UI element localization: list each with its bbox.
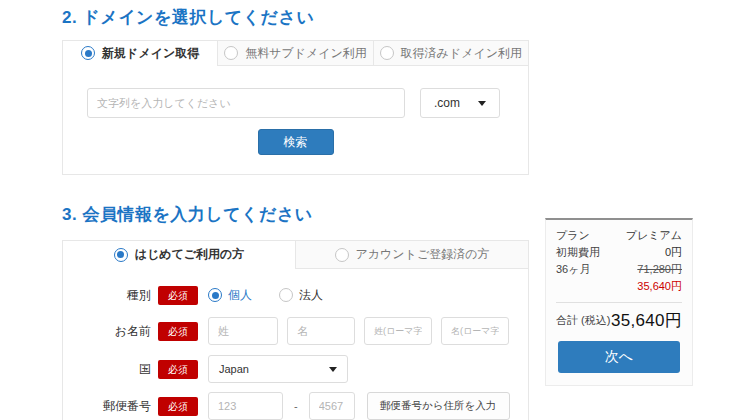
field-label: 郵便番号 (63, 398, 151, 415)
radio-individual[interactable] (208, 288, 222, 302)
chevron-down-icon (478, 101, 486, 106)
domain-panel: 新規ドメイン取得 無料サブドメイン利用 取得済みドメイン利用 .com 検索 (62, 40, 529, 175)
first-name-input[interactable] (287, 317, 355, 345)
country-value: Japan (219, 363, 249, 375)
radio-unselected-icon (380, 46, 394, 60)
summary-row-term-price: 36ヶ月 71,280円 35,640円 (556, 261, 682, 295)
tab-label: 取得済みドメイン利用 (401, 45, 522, 62)
original-price: 71,280円 (637, 263, 682, 275)
summary-value: プレミアム (626, 227, 682, 244)
summary-value: 0円 (665, 244, 682, 261)
member-section-heading: 3. 会員情報を入力してください (62, 203, 313, 226)
member-tabs: はじめてご利用の方 アカウントご登録済の方 (63, 241, 528, 269)
radio-selected-icon (81, 46, 95, 60)
field-label: 種別 (63, 287, 151, 304)
tab-new-domain[interactable]: 新規ドメイン取得 (63, 41, 217, 66)
first-name-romaji-input[interactable] (441, 317, 509, 345)
tab-free-subdomain[interactable]: 無料サブドメイン利用 (217, 41, 372, 66)
tab-first-time-user[interactable]: はじめてご利用の方 (63, 241, 295, 269)
required-badge: 必須 (158, 360, 198, 379)
type-options: 個人 法人 (208, 287, 323, 304)
domain-input[interactable] (87, 88, 405, 118)
tld-value: .com (434, 96, 460, 110)
form-row-type: 種別 必須 個人 法人 (63, 281, 528, 309)
tab-label: アカウントご登録済の方 (356, 246, 490, 263)
member-panel: はじめてご利用の方 アカウントご登録済の方 種別 必須 個人 法人 お名前 必須 (62, 240, 529, 420)
radio-corporate[interactable] (279, 288, 293, 302)
summary-divider (556, 302, 682, 303)
next-button[interactable]: 次へ (558, 341, 680, 373)
summary-prices: 71,280円 35,640円 (637, 261, 682, 295)
postal-code-second-input[interactable] (309, 392, 355, 420)
required-badge: 必須 (158, 397, 198, 416)
option-label-corporate: 法人 (299, 287, 323, 304)
postal-fields: - 郵便番号から住所を入力 (208, 392, 510, 420)
tab-label: 無料サブドメイン利用 (245, 45, 367, 62)
summary-row-plan: プラン プレミアム (556, 227, 682, 244)
total-label: 合計 (税込) (556, 313, 610, 328)
signup-page: 2. ドメインを選択してください 新規ドメイン取得 無料サブドメイン利用 取得済… (0, 0, 750, 420)
required-badge: 必須 (158, 322, 198, 341)
domain-section-heading: 2. ドメインを選択してください (62, 6, 314, 29)
address-from-postal-button[interactable]: 郵便番号から住所を入力 (367, 392, 510, 420)
field-label: お名前 (63, 323, 151, 340)
chevron-down-icon (329, 367, 337, 372)
radio-unselected-icon (335, 248, 349, 262)
form-row-name: お名前 必須 (63, 317, 528, 345)
radio-unselected-icon (224, 46, 238, 60)
field-label: 国 (63, 361, 151, 378)
search-button[interactable]: 検索 (258, 129, 334, 155)
name-fields (208, 317, 509, 345)
postal-separator: - (294, 400, 298, 412)
summary-row-total: 合計 (税込) 35,640円 (556, 309, 682, 332)
country-select[interactable]: Japan (208, 355, 348, 383)
radio-selected-icon (114, 248, 128, 262)
required-badge: 必須 (158, 286, 198, 305)
postal-code-first-input[interactable] (208, 392, 283, 420)
summary-row-initial-fee: 初期費用 0円 (556, 244, 682, 261)
summary-label: プラン (556, 227, 590, 244)
option-label-individual: 個人 (228, 287, 252, 304)
domain-tabs: 新規ドメイン取得 無料サブドメイン利用 取得済みドメイン利用 (63, 41, 528, 66)
last-name-input[interactable] (208, 317, 278, 345)
summary-label: 36ヶ月 (556, 261, 591, 295)
summary-label: 初期費用 (556, 244, 600, 261)
tab-label: はじめてご利用の方 (135, 246, 245, 263)
form-row-country: 国 必須 Japan (63, 355, 528, 383)
tab-owned-domain[interactable]: 取得済みドメイン利用 (373, 41, 528, 66)
order-summary: プラン プレミアム 初期費用 0円 36ヶ月 71,280円 35,640円 合… (545, 218, 693, 386)
last-name-romaji-input[interactable] (364, 317, 432, 345)
tab-existing-account[interactable]: アカウントご登録済の方 (295, 241, 528, 269)
total-value: 35,640円 (611, 309, 682, 332)
country-fields: Japan (208, 355, 348, 383)
tld-select[interactable]: .com (420, 88, 500, 118)
tab-label: 新規ドメイン取得 (102, 45, 199, 62)
form-row-postal-code: 郵便番号 必須 - 郵便番号から住所を入力 (63, 392, 528, 420)
discounted-price: 35,640円 (637, 280, 682, 292)
